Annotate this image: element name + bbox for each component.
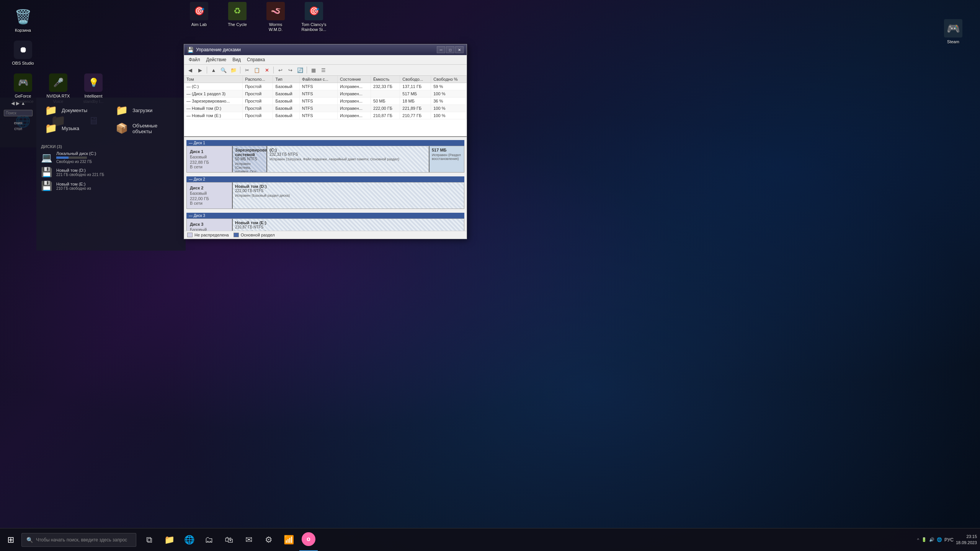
toolbar-refresh[interactable]: 🔄 — [296, 66, 305, 74]
folder-3d[interactable]: 📦 Объемные объекты — [111, 119, 182, 137]
part-d-status: Исправен (Базовый раздел диска) — [235, 194, 462, 197]
cell-layout: Простой — [243, 105, 273, 112]
disk-d-info: Новый том (D:) 221 ГБ свободно из 221 ГБ — [56, 168, 104, 177]
desktop-icon-thecycle[interactable]: ♻ The Cycle — [222, 2, 253, 32]
legend-unallocated: Не распределена — [187, 233, 229, 237]
nav-back-btn[interactable]: ◀ — [11, 101, 15, 106]
toolbar-copy[interactable]: 📋 — [252, 66, 261, 74]
menu-file[interactable]: Файл — [186, 56, 203, 64]
disks-section-title: ДИСКИ (3) — [41, 144, 181, 149]
col-disktype: Файловая с... — [299, 76, 337, 83]
taskbar-wifi[interactable]: 📶 — [279, 528, 298, 551]
toolbar-delete[interactable]: ✕ — [262, 66, 271, 74]
table-row[interactable]: — Новый том (D:) Простой Базовый NTFS Ис… — [184, 105, 467, 112]
system-clock[interactable]: 23:15 18.09.2023 — [956, 534, 977, 546]
disk-legend: Не распределена Основной раздел — [184, 231, 467, 239]
part-d-size: 222,00 ГБ NTFS — [235, 189, 462, 193]
taskbar-mail[interactable]: ✉ — [240, 528, 258, 551]
systray-expand[interactable]: ^ — [917, 538, 919, 542]
toolbar-search[interactable]: 🔍 — [219, 66, 228, 74]
folder-documents[interactable]: 📁 Документы — [40, 101, 111, 119]
folder-downloads[interactable]: 📁 Загрузки — [111, 101, 182, 119]
search-input[interactable] — [4, 110, 33, 116]
desktop-icon-worms[interactable]: 🪱 WormsW.M.D. — [260, 2, 291, 32]
cell-type: Базовый — [273, 112, 299, 119]
toolbar-redo[interactable]: ↪ — [286, 66, 295, 74]
taskbar-explorer[interactable]: 📁 — [160, 528, 178, 551]
disk2-partitions: Новый том (D:) 222,00 ГБ NTFS Исправен (… — [233, 183, 464, 209]
cell-status: Исправен... — [338, 90, 371, 98]
table-row[interactable]: — (Диск 1 раздел 3) Простой Базовый NTFS… — [184, 90, 467, 98]
toolbar-view2[interactable]: ☰ — [319, 66, 328, 74]
toolbar-move[interactable]: ✂ — [242, 66, 252, 74]
cell-vol: — Зарезервировано... — [184, 98, 243, 105]
nav-up-btn[interactable]: ▲ — [21, 101, 26, 106]
disk3-header: — Диск 3 — [186, 213, 464, 218]
cell-type: Базовый — [273, 83, 299, 90]
disk2-size: 222,00 ГБ — [190, 196, 229, 201]
taskbar-taskview[interactable]: ⧉ — [140, 528, 158, 551]
disk1-header-text: — Диск 1 — [189, 141, 205, 145]
cell-capacity — [371, 90, 400, 98]
toolbar-up[interactable]: ▲ — [209, 66, 218, 74]
menu-action[interactable]: Действие — [203, 56, 230, 64]
systray-network[interactable]: 🌐 — [937, 537, 942, 542]
col-layout: Располо... — [243, 76, 273, 83]
desktop-icon-aimlab[interactable]: 🎯 Aim Lab — [184, 2, 214, 32]
folder-dl-icon: 📁 — [116, 104, 128, 116]
folder-music[interactable]: 📁 Музыка — [40, 119, 111, 137]
taskbar-settings[interactable]: ⚙ — [260, 528, 278, 551]
taskbar-files[interactable]: 🗂 — [200, 528, 218, 551]
window-minimize-btn[interactable]: ─ — [437, 46, 445, 53]
taskbar-search-placeholder: Чтобы начать поиск, введите здесь запрос — [36, 537, 127, 543]
table-row[interactable]: — (C:) Простой Базовый NTFS Исправен... … — [184, 83, 467, 90]
disk-c-icon: 💻 — [41, 152, 52, 163]
folder-doc-icon: 📁 — [45, 104, 57, 116]
desktop-icon-recycle[interactable]: 🗑️ Корзина — [8, 8, 38, 33]
col-type: Тип — [273, 76, 299, 83]
disk2-type: Базовый — [190, 191, 229, 196]
thecycle-icon: ♻ — [228, 2, 247, 20]
table-row[interactable]: — Зарезервировано... Простой Базовый NTF… — [184, 98, 467, 105]
toolbar-forward[interactable]: ▶ — [196, 66, 205, 74]
taskbar-store[interactable]: 🛍 — [220, 528, 238, 551]
toolbar-back[interactable]: ◀ — [186, 66, 195, 74]
nav-forward-btn[interactable]: ▶ — [16, 101, 20, 106]
taskbar-right: ^ 🔋 🔊 🌐 РУС 23:15 18.09.2023 — [917, 534, 980, 546]
table-row[interactable]: — Новый том (E:) Простой Базовый NTFS Ис… — [184, 112, 467, 119]
disk2-part-d[interactable]: Новый том (D:) 222,00 ГБ NTFS Исправен (… — [233, 183, 464, 209]
recycle-bin-icon: 🗑️ — [14, 8, 32, 26]
cell-freepct: 100 % — [431, 105, 467, 112]
disk1-part-c[interactable]: (C:) 232,33 ГБ NTFS Исправен (Загрузка, … — [267, 146, 430, 172]
window-close-btn[interactable]: ✕ — [455, 46, 464, 53]
menu-help[interactable]: Справка — [244, 56, 268, 64]
taskbar-osu[interactable]: o — [299, 528, 318, 551]
disk-d-item[interactable]: 💾 Новый том (D:) 221 ГБ свободно из 221 … — [41, 167, 181, 178]
osu-icon: o — [302, 532, 315, 546]
col-capacity: Свободо... — [400, 76, 431, 83]
legend-primary: Основной раздел — [234, 233, 275, 237]
folder-dl-label: Загрузки — [132, 108, 152, 113]
disk3-header-text: — Диск 3 — [189, 214, 205, 218]
disk-e-item[interactable]: 💾 Новый том (E:) 210 ГБ свободно из — [41, 181, 181, 191]
desktop-icon-steam[interactable]: 🎮 Steam — [938, 19, 969, 44]
disk3-part-e[interactable]: Новый том (E:) 210,87 ГБ NTFS Исправен (… — [233, 219, 464, 231]
desktop-icon-tomclancy[interactable]: 🎯 Tom Clancy'sRainbow Si... — [299, 2, 329, 32]
taskbar-edge[interactable]: 🌐 — [180, 528, 198, 551]
disk1-part-recovery[interactable]: 517 МБ Исправен (Раздел восстановления) — [430, 146, 464, 172]
legend-unallocated-label: Не распределена — [194, 233, 229, 237]
disk-c-item[interactable]: 💻 Локальный диск (C:) Свободно из 232 ГБ — [41, 151, 181, 164]
toolbar-undo[interactable]: ↩ — [276, 66, 285, 74]
window-toolbar: ◀ ▶ ▲ 🔍 📁 ✂ 📋 ✕ ↩ ↪ 🔄 ▦ ☰ — [184, 65, 467, 76]
window-maximize-btn[interactable]: □ — [446, 46, 454, 53]
toolbar-view1[interactable]: ▦ — [309, 66, 318, 74]
disk1-part-system[interactable]: Зарезервировано системой 50 МБ NTFS Испр… — [233, 146, 267, 172]
tomclancy-label: Tom Clancy'sRainbow Si... — [301, 22, 326, 32]
window-title-icon: 💾 — [187, 47, 194, 53]
systray-volume[interactable]: 🔊 — [929, 537, 934, 542]
start-button[interactable]: ⊞ — [0, 528, 21, 551]
toolbar-folders[interactable]: 📁 — [229, 66, 238, 74]
taskbar-search[interactable]: 🔍 Чтобы начать поиск, введите здесь запр… — [21, 533, 136, 547]
menu-view[interactable]: Вид — [229, 56, 244, 64]
desktop-icon-obs[interactable]: ⏺ OBS Studio — [8, 41, 38, 66]
